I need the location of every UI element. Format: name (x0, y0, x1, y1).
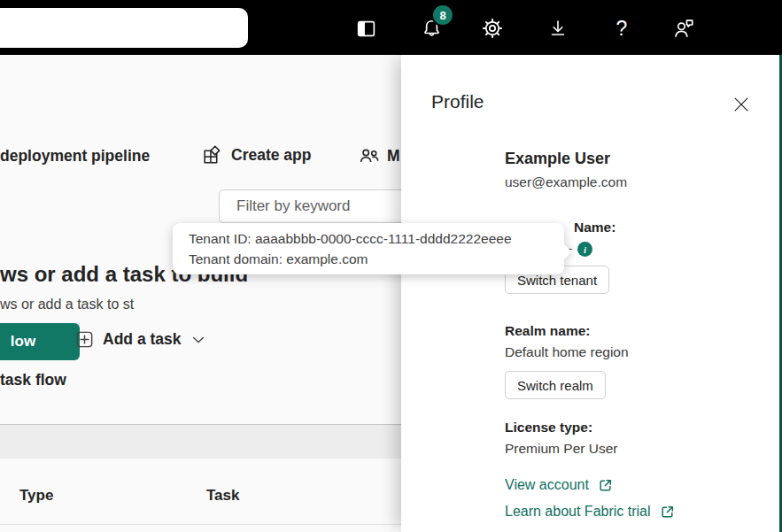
view-account-label: View account (505, 477, 589, 493)
license-value: Premium Per User (505, 441, 617, 457)
people-icon (358, 144, 381, 167)
view-account-link[interactable]: View account (505, 477, 613, 493)
external-link-icon (660, 505, 675, 520)
create-app-icon (201, 144, 223, 166)
settings-button[interactable] (473, 9, 512, 48)
layout-pane-icon (355, 18, 377, 40)
info-icon[interactable]: i (577, 242, 592, 257)
create-app-button[interactable]: Create app (201, 144, 311, 166)
license-label: License type: (505, 420, 592, 436)
realm-value: Default home region (505, 344, 629, 360)
download-button[interactable] (538, 9, 577, 48)
add-square-icon (74, 329, 95, 350)
manage-access-button[interactable]: M (358, 144, 400, 167)
help-button[interactable]: ? (602, 9, 641, 48)
top-app-bar: 8 ? (0, 0, 782, 55)
add-task-button[interactable]: Add a task (74, 329, 207, 350)
layout-pane-button[interactable] (346, 9, 385, 48)
add-task-label: Add a task (103, 330, 182, 349)
download-icon (547, 18, 569, 39)
chevron-down-icon (190, 331, 207, 349)
empty-state-subtext: ws or add a task to st (0, 297, 134, 312)
close-icon (732, 95, 751, 114)
panel-title: Profile (431, 91, 484, 112)
external-link-icon (598, 478, 613, 493)
help-icon: ? (616, 17, 628, 41)
task-flow-title: task flow (0, 371, 66, 389)
person-feedback-icon (672, 17, 696, 41)
create-app-label: Create app (231, 146, 311, 165)
notification-badge: 8 (431, 4, 454, 27)
fabric-trial-link[interactable]: Learn about Fabric trial (505, 504, 675, 520)
global-search-input[interactable] (0, 8, 248, 48)
gear-icon (481, 17, 504, 40)
close-button[interactable] (727, 90, 755, 119)
realm-label: Realm name: (505, 323, 590, 339)
user-name: Example User (505, 150, 610, 168)
app-window: 8 ? (0, 0, 782, 532)
manage-access-label: M (387, 147, 400, 166)
deployment-pipeline-button[interactable]: deployment pipeline (0, 147, 150, 166)
tenant-id-line: Tenant ID: aaaabbbb-0000-cccc-1111-dddd2… (189, 228, 548, 249)
table-header-task[interactable]: Task (206, 487, 240, 505)
table-header-type[interactable]: Type (19, 487, 53, 505)
feedback-button[interactable] (664, 9, 703, 48)
tenant-tooltip: Tenant ID: aaaabbbb-0000-cccc-1111-dddd2… (173, 223, 564, 274)
tenant-name-label: Name: (574, 220, 616, 235)
switch-realm-button[interactable]: Switch realm (505, 371, 606, 399)
select-task-flow-button[interactable]: low (0, 323, 80, 360)
profile-panel: Profile Example User user@example.com Na… (401, 55, 782, 532)
fabric-trial-label: Learn about Fabric trial (505, 504, 651, 520)
notifications-button[interactable]: 8 (412, 9, 451, 48)
tenant-domain-line: Tenant domain: example.com (189, 249, 548, 269)
user-email: user@example.com (505, 174, 627, 190)
filter-field[interactable] (219, 189, 431, 223)
